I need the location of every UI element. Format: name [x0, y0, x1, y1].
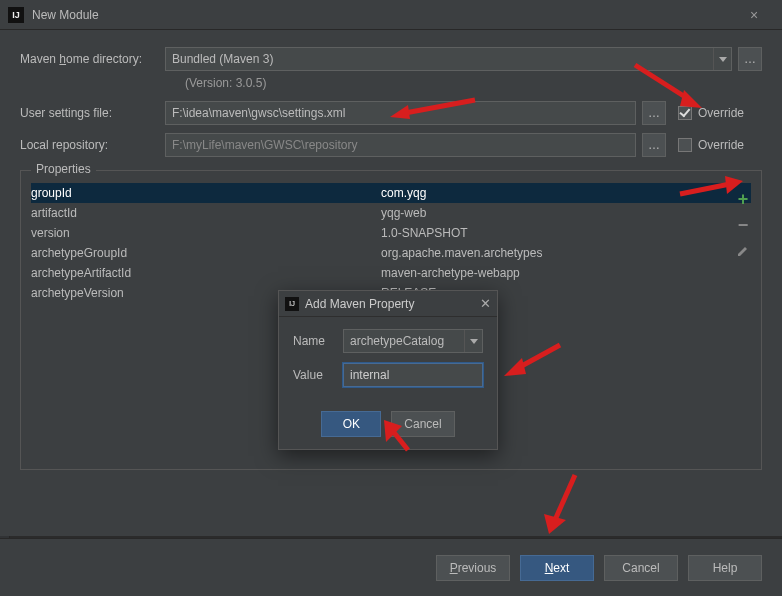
prop-value: 1.0-SNAPSHOT: [381, 226, 751, 240]
user-settings-value: F:\idea\maven\gwsc\settings.xml: [172, 106, 345, 120]
chevron-down-icon: [713, 48, 731, 70]
table-row[interactable]: archetypeGroupId org.apache.maven.archet…: [31, 243, 751, 263]
prop-value: yqg-web: [381, 206, 751, 220]
window-close-button[interactable]: ×: [734, 7, 774, 23]
override-label: Override: [698, 106, 744, 120]
chevron-down-icon: [464, 330, 482, 352]
dialog-value-label: Value: [293, 368, 343, 382]
local-repo-browse-button[interactable]: …: [642, 133, 666, 157]
prop-key: version: [31, 226, 381, 240]
window-title: New Module: [32, 8, 734, 22]
prop-value: maven-archetype-webapp: [381, 266, 751, 280]
maven-home-label: Maven home directory:: [20, 52, 165, 66]
user-settings-input[interactable]: F:\idea\maven\gwsc\settings.xml: [165, 101, 636, 125]
previous-button[interactable]: Previous: [436, 555, 510, 581]
table-row[interactable]: archetypeArtifactId maven-archetype-weba…: [31, 263, 751, 283]
dialog-ok-button[interactable]: OK: [321, 411, 381, 437]
override-label: Override: [698, 138, 744, 152]
dialog-value-input[interactable]: internal: [343, 363, 483, 387]
user-settings-label: User settings file:: [20, 106, 165, 120]
maven-home-browse-button[interactable]: …: [738, 47, 762, 71]
user-settings-override-check[interactable]: Override: [678, 106, 762, 120]
local-repo-label: Local repository:: [20, 138, 165, 152]
add-property-dialog: IJ Add Maven Property ✕ Name archetypeCa…: [278, 290, 498, 450]
prop-value: org.apache.maven.archetypes: [381, 246, 751, 260]
table-row[interactable]: artifactId yqg-web: [31, 203, 751, 223]
table-row[interactable]: groupId com.yqg: [31, 183, 751, 203]
local-repo-override-check[interactable]: Override: [678, 138, 762, 152]
title-bar: IJ New Module ×: [0, 0, 782, 30]
dialog-value-text: internal: [350, 368, 389, 382]
maven-home-value: Bundled (Maven 3): [172, 52, 273, 66]
help-button[interactable]: Help: [688, 555, 762, 581]
checkbox-icon: [678, 138, 692, 152]
local-repo-input[interactable]: F:\myLife\maven\GWSC\repository: [165, 133, 636, 157]
dialog-name-label: Name: [293, 334, 343, 348]
edit-property-button[interactable]: [733, 241, 753, 261]
prop-key: archetypeGroupId: [31, 246, 381, 260]
dialog-title: Add Maven Property: [305, 297, 480, 311]
cancel-button[interactable]: Cancel: [604, 555, 678, 581]
add-property-button[interactable]: +: [733, 189, 753, 209]
dialog-name-value: archetypeCatalog: [350, 334, 444, 348]
prop-key: artifactId: [31, 206, 381, 220]
remove-property-button[interactable]: −: [733, 215, 753, 235]
dialog-close-button[interactable]: ✕: [480, 296, 491, 311]
prop-value: com.yqg: [381, 186, 751, 200]
table-row[interactable]: version 1.0-SNAPSHOT: [31, 223, 751, 243]
prop-key: archetypeArtifactId: [31, 266, 381, 280]
user-settings-browse-button[interactable]: …: [642, 101, 666, 125]
app-icon: IJ: [8, 7, 24, 23]
wizard-footer: Previous Next Cancel Help: [0, 538, 782, 596]
prop-key: groupId: [31, 186, 381, 200]
dialog-app-icon: IJ: [285, 297, 299, 311]
checkbox-icon: [678, 106, 692, 120]
main-panel: Maven home directory: Bundled (Maven 3) …: [0, 30, 782, 536]
next-button[interactable]: Next: [520, 555, 594, 581]
maven-home-combo[interactable]: Bundled (Maven 3): [165, 47, 732, 71]
maven-version-label: (Version: 3.0.5): [185, 76, 762, 90]
dialog-titlebar: IJ Add Maven Property ✕: [279, 291, 497, 317]
local-repo-value: F:\myLife\maven\GWSC\repository: [172, 138, 357, 152]
dialog-name-combo[interactable]: archetypeCatalog: [343, 329, 483, 353]
dialog-cancel-button[interactable]: Cancel: [391, 411, 454, 437]
